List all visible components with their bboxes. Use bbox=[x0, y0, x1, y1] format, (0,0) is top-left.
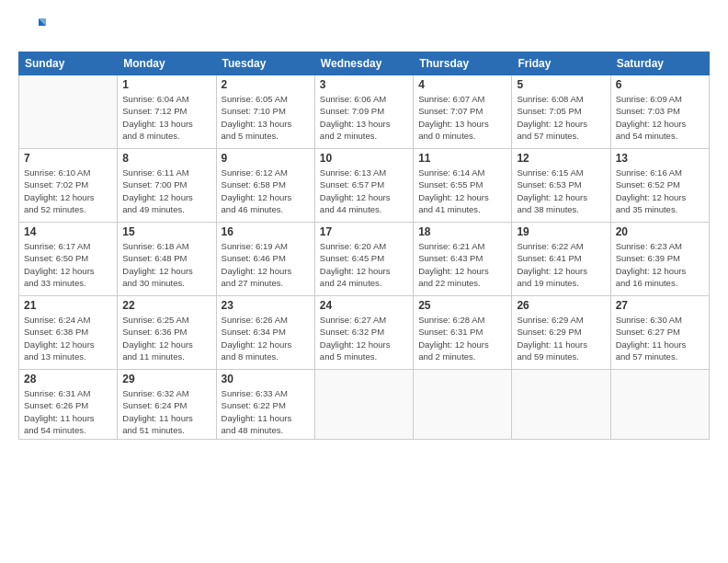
day-info: Sunrise: 6:10 AM Sunset: 7:02 PM Dayligh… bbox=[24, 167, 112, 215]
day-info: Sunrise: 6:09 AM Sunset: 7:03 PM Dayligh… bbox=[616, 93, 704, 142]
day-cell bbox=[414, 370, 512, 440]
day-info: Sunrise: 6:33 AM Sunset: 6:22 PM Dayligh… bbox=[222, 387, 310, 436]
day-number: 7 bbox=[24, 152, 112, 165]
day-cell: 27Sunrise: 6:30 AM Sunset: 6:27 PM Dayli… bbox=[610, 296, 709, 370]
day-number: 8 bbox=[122, 152, 210, 165]
day-number: 23 bbox=[222, 299, 310, 312]
day-info: Sunrise: 6:19 AM Sunset: 6:46 PM Dayligh… bbox=[222, 240, 310, 289]
day-info: Sunrise: 6:29 AM Sunset: 6:29 PM Dayligh… bbox=[517, 314, 605, 362]
day-info: Sunrise: 6:14 AM Sunset: 6:55 PM Dayligh… bbox=[418, 167, 506, 215]
day-number: 12 bbox=[517, 152, 605, 165]
weekday-saturday: Saturday bbox=[610, 52, 709, 75]
day-info: Sunrise: 6:21 AM Sunset: 6:43 PM Dayligh… bbox=[418, 240, 506, 289]
logo bbox=[18, 15, 50, 42]
weekday-header-row: SundayMondayTuesdayWednesdayThursdayFrid… bbox=[19, 52, 710, 75]
day-number: 26 bbox=[517, 299, 605, 312]
day-cell: 2Sunrise: 6:05 AM Sunset: 7:10 PM Daylig… bbox=[216, 75, 314, 149]
day-number: 27 bbox=[616, 299, 704, 312]
day-info: Sunrise: 6:16 AM Sunset: 6:52 PM Dayligh… bbox=[616, 167, 704, 215]
day-cell: 4Sunrise: 6:07 AM Sunset: 7:07 PM Daylig… bbox=[414, 75, 512, 149]
day-cell: 7Sunrise: 6:10 AM Sunset: 7:02 PM Daylig… bbox=[19, 149, 118, 223]
day-cell: 23Sunrise: 6:26 AM Sunset: 6:34 PM Dayli… bbox=[216, 296, 314, 370]
day-cell: 3Sunrise: 6:06 AM Sunset: 7:09 PM Daylig… bbox=[314, 75, 413, 149]
day-cell: 19Sunrise: 6:22 AM Sunset: 6:41 PM Dayli… bbox=[512, 223, 610, 296]
week-row-5: 28Sunrise: 6:31 AM Sunset: 6:26 PM Dayli… bbox=[19, 370, 710, 440]
day-cell: 14Sunrise: 6:17 AM Sunset: 6:50 PM Dayli… bbox=[19, 223, 118, 296]
day-number: 19 bbox=[517, 225, 605, 238]
calendar: SundayMondayTuesdayWednesdayThursdayFrid… bbox=[18, 52, 710, 440]
day-cell: 11Sunrise: 6:14 AM Sunset: 6:55 PM Dayli… bbox=[414, 149, 512, 223]
day-info: Sunrise: 6:13 AM Sunset: 6:57 PM Dayligh… bbox=[320, 167, 408, 215]
day-cell: 24Sunrise: 6:27 AM Sunset: 6:32 PM Dayli… bbox=[314, 296, 413, 370]
day-number: 28 bbox=[24, 373, 112, 385]
day-number: 1 bbox=[122, 78, 210, 91]
day-cell bbox=[19, 75, 118, 149]
day-info: Sunrise: 6:18 AM Sunset: 6:48 PM Dayligh… bbox=[122, 240, 210, 289]
day-number: 15 bbox=[122, 225, 210, 238]
header bbox=[18, 15, 710, 42]
logo-icon bbox=[18, 15, 46, 42]
day-info: Sunrise: 6:23 AM Sunset: 6:39 PM Dayligh… bbox=[616, 240, 704, 289]
day-info: Sunrise: 6:11 AM Sunset: 7:00 PM Dayligh… bbox=[122, 167, 210, 215]
day-info: Sunrise: 6:07 AM Sunset: 7:07 PM Dayligh… bbox=[418, 93, 506, 142]
day-number: 5 bbox=[517, 78, 605, 91]
weekday-thursday: Thursday bbox=[414, 52, 512, 75]
day-cell: 21Sunrise: 6:24 AM Sunset: 6:38 PM Dayli… bbox=[19, 296, 118, 370]
day-number: 10 bbox=[320, 152, 408, 165]
day-number: 17 bbox=[320, 225, 408, 238]
day-cell: 9Sunrise: 6:12 AM Sunset: 6:58 PM Daylig… bbox=[216, 149, 314, 223]
day-number: 3 bbox=[320, 78, 408, 91]
day-info: Sunrise: 6:30 AM Sunset: 6:27 PM Dayligh… bbox=[616, 314, 704, 362]
day-cell: 5Sunrise: 6:08 AM Sunset: 7:05 PM Daylig… bbox=[512, 75, 610, 149]
day-info: Sunrise: 6:06 AM Sunset: 7:09 PM Dayligh… bbox=[320, 93, 408, 142]
day-info: Sunrise: 6:04 AM Sunset: 7:12 PM Dayligh… bbox=[122, 93, 210, 142]
day-cell: 22Sunrise: 6:25 AM Sunset: 6:36 PM Dayli… bbox=[118, 296, 216, 370]
week-row-1: 1Sunrise: 6:04 AM Sunset: 7:12 PM Daylig… bbox=[19, 75, 710, 149]
day-number: 4 bbox=[418, 78, 506, 91]
day-info: Sunrise: 6:12 AM Sunset: 6:58 PM Dayligh… bbox=[222, 167, 310, 215]
day-info: Sunrise: 6:17 AM Sunset: 6:50 PM Dayligh… bbox=[24, 240, 112, 289]
day-number: 11 bbox=[418, 152, 506, 165]
day-number: 25 bbox=[418, 299, 506, 312]
day-cell: 29Sunrise: 6:32 AM Sunset: 6:24 PM Dayli… bbox=[118, 370, 216, 440]
day-cell: 15Sunrise: 6:18 AM Sunset: 6:48 PM Dayli… bbox=[118, 223, 216, 296]
day-number: 22 bbox=[122, 299, 210, 312]
day-number: 2 bbox=[222, 78, 310, 91]
day-number: 18 bbox=[418, 225, 506, 238]
week-row-2: 7Sunrise: 6:10 AM Sunset: 7:02 PM Daylig… bbox=[19, 149, 710, 223]
day-info: Sunrise: 6:27 AM Sunset: 6:32 PM Dayligh… bbox=[320, 314, 408, 362]
day-number: 21 bbox=[24, 299, 112, 312]
day-info: Sunrise: 6:24 AM Sunset: 6:38 PM Dayligh… bbox=[24, 314, 112, 362]
day-cell: 18Sunrise: 6:21 AM Sunset: 6:43 PM Dayli… bbox=[414, 223, 512, 296]
day-cell: 6Sunrise: 6:09 AM Sunset: 7:03 PM Daylig… bbox=[610, 75, 709, 149]
day-info: Sunrise: 6:32 AM Sunset: 6:24 PM Dayligh… bbox=[122, 387, 210, 436]
day-number: 30 bbox=[222, 373, 310, 385]
day-cell: 10Sunrise: 6:13 AM Sunset: 6:57 PM Dayli… bbox=[314, 149, 413, 223]
day-cell: 30Sunrise: 6:33 AM Sunset: 6:22 PM Dayli… bbox=[216, 370, 314, 440]
weekday-tuesday: Tuesday bbox=[216, 52, 314, 75]
day-cell: 13Sunrise: 6:16 AM Sunset: 6:52 PM Dayli… bbox=[610, 149, 709, 223]
day-info: Sunrise: 6:08 AM Sunset: 7:05 PM Dayligh… bbox=[517, 93, 605, 142]
day-info: Sunrise: 6:05 AM Sunset: 7:10 PM Dayligh… bbox=[222, 93, 310, 142]
day-cell: 25Sunrise: 6:28 AM Sunset: 6:31 PM Dayli… bbox=[414, 296, 512, 370]
day-number: 24 bbox=[320, 299, 408, 312]
day-number: 14 bbox=[24, 225, 112, 238]
day-cell: 26Sunrise: 6:29 AM Sunset: 6:29 PM Dayli… bbox=[512, 296, 610, 370]
day-info: Sunrise: 6:15 AM Sunset: 6:53 PM Dayligh… bbox=[517, 167, 605, 215]
day-cell: 20Sunrise: 6:23 AM Sunset: 6:39 PM Dayli… bbox=[610, 223, 709, 296]
day-cell bbox=[610, 370, 709, 440]
page: SundayMondayTuesdayWednesdayThursdayFrid… bbox=[0, 0, 728, 563]
day-cell: 16Sunrise: 6:19 AM Sunset: 6:46 PM Dayli… bbox=[216, 223, 314, 296]
day-info: Sunrise: 6:28 AM Sunset: 6:31 PM Dayligh… bbox=[418, 314, 506, 362]
week-row-3: 14Sunrise: 6:17 AM Sunset: 6:50 PM Dayli… bbox=[19, 223, 710, 296]
day-info: Sunrise: 6:31 AM Sunset: 6:26 PM Dayligh… bbox=[24, 387, 112, 436]
day-info: Sunrise: 6:20 AM Sunset: 6:45 PM Dayligh… bbox=[320, 240, 408, 289]
day-number: 20 bbox=[616, 225, 704, 238]
day-info: Sunrise: 6:22 AM Sunset: 6:41 PM Dayligh… bbox=[517, 240, 605, 289]
weekday-monday: Monday bbox=[118, 52, 216, 75]
day-cell: 12Sunrise: 6:15 AM Sunset: 6:53 PM Dayli… bbox=[512, 149, 610, 223]
day-number: 29 bbox=[122, 373, 210, 385]
day-info: Sunrise: 6:25 AM Sunset: 6:36 PM Dayligh… bbox=[122, 314, 210, 362]
weekday-friday: Friday bbox=[512, 52, 610, 75]
day-info: Sunrise: 6:26 AM Sunset: 6:34 PM Dayligh… bbox=[222, 314, 310, 362]
